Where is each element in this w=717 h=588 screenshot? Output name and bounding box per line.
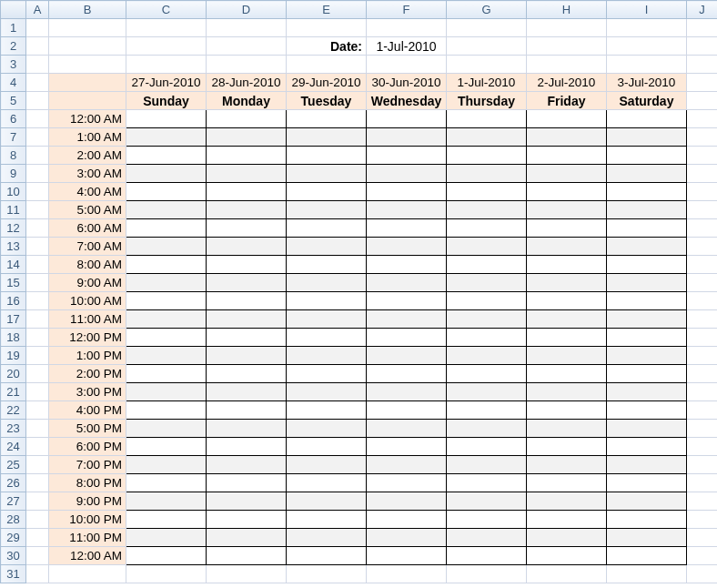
time-label[interactable]: 12:00 AM [49,110,126,128]
time-label[interactable]: 11:00 PM [49,529,126,547]
schedule-cell[interactable] [607,128,687,147]
schedule-cell[interactable] [527,401,607,420]
cell[interactable] [26,420,49,438]
schedule-cell[interactable] [126,547,207,565]
schedule-cell[interactable] [607,329,687,347]
schedule-cell[interactable] [207,420,287,438]
schedule-cell[interactable] [207,201,287,219]
cell[interactable] [26,474,49,492]
schedule-cell[interactable] [287,492,367,511]
time-label[interactable]: 12:00 PM [49,329,126,347]
schedule-cell[interactable] [527,147,607,165]
cell[interactable] [287,56,367,74]
col-header-I[interactable]: I [607,1,687,19]
cell[interactable] [207,19,287,37]
time-label[interactable]: 8:00 PM [49,474,126,492]
day-date[interactable]: 29-Jun-2010 [287,74,367,92]
cell[interactable] [687,529,718,547]
schedule-cell[interactable] [367,147,447,165]
schedule-cell[interactable] [287,529,367,547]
date-label-cell[interactable]: Date: [287,37,367,56]
schedule-cell[interactable] [447,183,527,201]
time-label[interactable]: 11:00 AM [49,310,126,329]
col-header-C[interactable]: C [126,1,207,19]
cell[interactable] [687,219,718,238]
schedule-cell[interactable] [447,128,527,147]
row-header[interactable]: 26 [1,474,26,492]
schedule-cell[interactable] [367,492,447,511]
schedule-cell[interactable] [126,147,207,165]
cell[interactable] [447,565,527,583]
schedule-cell[interactable] [126,110,207,128]
row-header[interactable]: 7 [1,128,26,147]
day-name[interactable]: Tuesday [287,92,367,110]
schedule-cell[interactable] [207,183,287,201]
schedule-cell[interactable] [607,256,687,274]
schedule-cell[interactable] [207,329,287,347]
day-name[interactable]: Monday [207,92,287,110]
schedule-cell[interactable] [447,529,527,547]
schedule-cell[interactable] [527,128,607,147]
schedule-cell[interactable] [287,438,367,456]
schedule-cell[interactable] [207,492,287,511]
cell[interactable] [26,274,49,292]
cell[interactable] [26,365,49,383]
cell[interactable] [527,56,607,74]
time-label[interactable]: 4:00 PM [49,401,126,420]
schedule-cell[interactable] [367,529,447,547]
schedule-corner[interactable] [49,92,126,110]
time-label[interactable]: 3:00 PM [49,383,126,401]
schedule-cell[interactable] [126,383,207,401]
schedule-corner[interactable] [49,74,126,92]
cell[interactable] [687,511,718,529]
cell[interactable] [26,529,49,547]
cell[interactable] [26,201,49,219]
schedule-cell[interactable] [447,238,527,256]
time-label[interactable]: 7:00 AM [49,238,126,256]
schedule-cell[interactable] [207,165,287,183]
cell[interactable] [207,56,287,74]
time-label[interactable]: 9:00 AM [49,274,126,292]
schedule-cell[interactable] [287,183,367,201]
schedule-cell[interactable] [527,292,607,310]
col-header-J[interactable]: J [687,1,718,19]
col-header-H[interactable]: H [527,1,607,19]
schedule-cell[interactable] [126,201,207,219]
schedule-cell[interactable] [126,274,207,292]
schedule-cell[interactable] [607,219,687,238]
cell[interactable] [26,128,49,147]
cell[interactable] [49,56,126,74]
schedule-cell[interactable] [126,219,207,238]
row-header[interactable]: 20 [1,365,26,383]
schedule-cell[interactable] [527,420,607,438]
schedule-cell[interactable] [447,365,527,383]
schedule-cell[interactable] [207,347,287,365]
schedule-cell[interactable] [607,511,687,529]
schedule-cell[interactable] [527,256,607,274]
schedule-cell[interactable] [287,310,367,329]
time-label[interactable]: 2:00 PM [49,365,126,383]
schedule-cell[interactable] [207,147,287,165]
cell[interactable] [26,329,49,347]
cell[interactable] [26,292,49,310]
cell[interactable] [687,128,718,147]
schedule-cell[interactable] [527,456,607,474]
cell[interactable] [447,37,527,56]
schedule-cell[interactable] [367,474,447,492]
cell[interactable] [687,456,718,474]
time-label[interactable]: 6:00 AM [49,219,126,238]
schedule-cell[interactable] [527,365,607,383]
schedule-cell[interactable] [527,274,607,292]
cell[interactable] [687,292,718,310]
time-label[interactable]: 5:00 AM [49,201,126,219]
cell[interactable] [26,183,49,201]
schedule-cell[interactable] [527,492,607,511]
row-header[interactable]: 2 [1,37,26,56]
time-label[interactable]: 8:00 AM [49,256,126,274]
schedule-cell[interactable] [527,438,607,456]
cell[interactable] [687,310,718,329]
row-header[interactable]: 1 [1,19,26,37]
row-header[interactable]: 9 [1,165,26,183]
row-header[interactable]: 16 [1,292,26,310]
cell[interactable] [687,365,718,383]
